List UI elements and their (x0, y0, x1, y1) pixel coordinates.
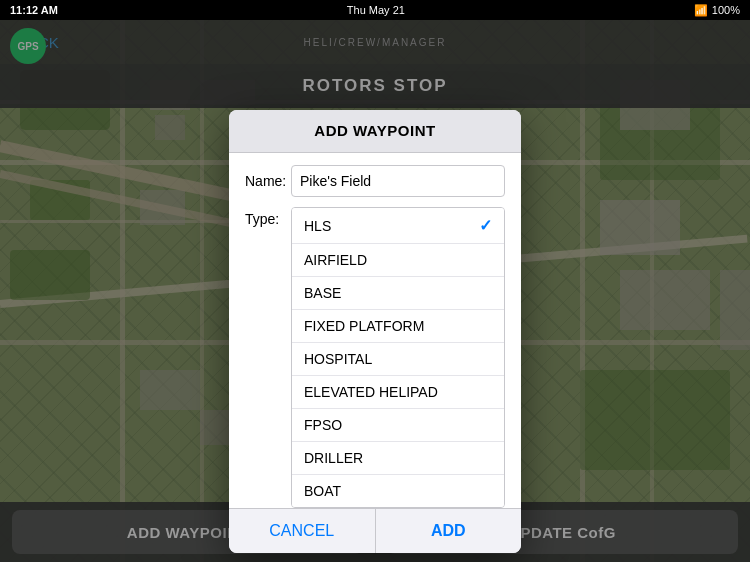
dropdown-item-label: HLS (304, 218, 331, 234)
type-label: Type: (245, 207, 291, 227)
name-field-row: Name: (245, 165, 505, 197)
modal-title: ADD WAYPOINT (314, 122, 435, 139)
dropdown-item[interactable]: BASE (292, 277, 504, 310)
status-time: 11:12 AM (10, 4, 58, 16)
dropdown-item-label: BOAT (304, 483, 341, 499)
dropdown-item[interactable]: HOSPITAL (292, 343, 504, 376)
dropdown-item[interactable]: ELEVATED HELIPAD (292, 376, 504, 409)
dropdown-item-label: DRILLER (304, 450, 363, 466)
modal-overlay: ADD WAYPOINT Name: Type: HLS✓AIRFIELDBAS… (0, 20, 750, 562)
add-button[interactable]: ADD (376, 509, 522, 553)
dropdown-item-label: ELEVATED HELIPAD (304, 384, 438, 400)
modal-body: Name: Type: HLS✓AIRFIELDBASEFIXED PLATFO… (229, 153, 521, 508)
dropdown-item[interactable]: HLS✓ (292, 208, 504, 244)
status-right: 📶 100% (694, 4, 740, 17)
type-dropdown[interactable]: HLS✓AIRFIELDBASEFIXED PLATFORMHOSPITALEL… (291, 207, 505, 508)
modal-header: ADD WAYPOINT (229, 110, 521, 153)
dropdown-item[interactable]: DRILLER (292, 442, 504, 475)
wifi-icon: 📶 (694, 4, 708, 17)
cancel-label: CANCEL (269, 522, 334, 540)
dropdown-item-label: AIRFIELD (304, 252, 367, 268)
dropdown-item[interactable]: FPSO (292, 409, 504, 442)
name-input[interactable] (291, 165, 505, 197)
dropdown-item-label: BASE (304, 285, 341, 301)
dropdown-item[interactable]: BOAT (292, 475, 504, 507)
cancel-button[interactable]: CANCEL (229, 509, 376, 553)
dropdown-item[interactable]: FIXED PLATFORM (292, 310, 504, 343)
add-label: ADD (431, 522, 466, 540)
dropdown-item-label: FIXED PLATFORM (304, 318, 424, 334)
battery-text: 100% (712, 4, 740, 16)
modal-footer: CANCEL ADD (229, 508, 521, 553)
status-bar: 11:12 AM Thu May 21 📶 100% (0, 0, 750, 20)
modal-dialog: ADD WAYPOINT Name: Type: HLS✓AIRFIELDBAS… (229, 110, 521, 553)
name-label: Name: (245, 173, 291, 189)
dropdown-item-label: HOSPITAL (304, 351, 372, 367)
type-field-row: Type: HLS✓AIRFIELDBASEFIXED PLATFORMHOSP… (245, 207, 505, 508)
dropdown-item-label: FPSO (304, 417, 342, 433)
status-date: Thu May 21 (347, 4, 405, 16)
dropdown-item[interactable]: AIRFIELD (292, 244, 504, 277)
check-icon: ✓ (479, 216, 492, 235)
